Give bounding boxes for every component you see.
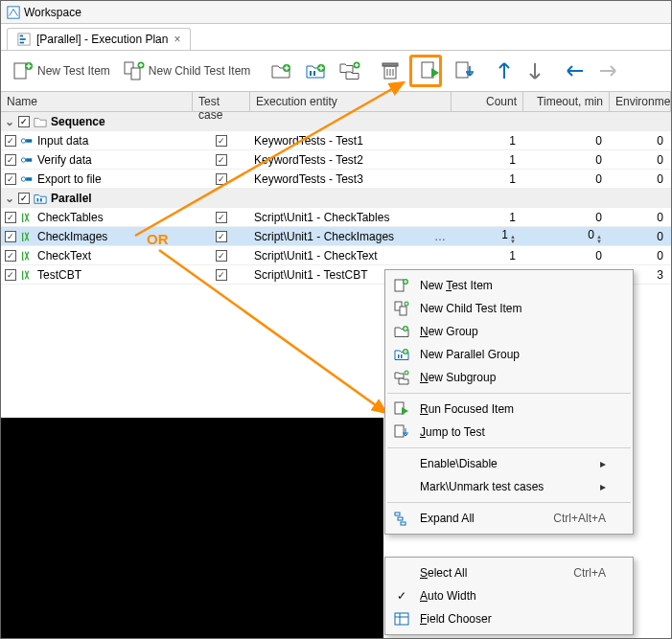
parallel-folder-icon — [34, 192, 47, 205]
new-subgroup-button[interactable] — [336, 57, 364, 84]
new-parallel-group-button[interactable] — [301, 57, 330, 84]
checkbox[interactable]: ✓ — [216, 173, 227, 185]
ellipsis-button[interactable]: … — [434, 230, 452, 243]
menu-label: Mark\Unmark test cases — [420, 480, 544, 493]
toolbar-separator — [553, 58, 554, 83]
menu-run-focused-item[interactable]: Run Focused Item — [385, 398, 633, 421]
svg-rect-23 — [26, 139, 32, 143]
close-icon[interactable]: × — [174, 33, 180, 46]
svg-rect-21 — [456, 62, 468, 78]
folder-plus-icon — [270, 60, 291, 81]
arrow-left-icon — [564, 62, 585, 80]
delete-button[interactable] — [377, 57, 404, 84]
script-icon — [20, 249, 34, 262]
menu-divider — [387, 393, 631, 394]
checkbox[interactable]: ✓ — [5, 135, 16, 147]
spinner-icon[interactable]: ▲▼ — [510, 235, 516, 244]
grid-rows: ⌄✓ Sequence ✓Input data ✓ KeywordTests -… — [1, 112, 671, 285]
table-row[interactable]: ✓Export to file ✓ KeywordTests - Test3 1… — [1, 170, 671, 189]
submenu-arrow-icon: ▸ — [600, 457, 606, 470]
menu-expand-all[interactable]: Expand AllCtrl+Alt+A — [385, 507, 633, 530]
column-test-case[interactable]: Test case — [193, 92, 250, 111]
new-group-button[interactable] — [266, 57, 295, 84]
count-cell: 1 — [452, 172, 523, 186]
checkbox[interactable]: ✓ — [5, 269, 16, 281]
checkbox[interactable]: ✓ — [216, 250, 227, 262]
checkbox[interactable]: ✓ — [216, 135, 227, 147]
collapse-icon[interactable]: ⌄ — [5, 115, 14, 128]
collapse-icon[interactable]: ⌄ — [5, 192, 14, 205]
move-down-button[interactable] — [522, 57, 547, 84]
column-env[interactable]: Environments — [610, 92, 671, 111]
column-count[interactable]: Count — [452, 92, 523, 111]
new-child-test-item-button[interactable]: New Child Test Item — [120, 57, 254, 84]
tab-execution-plan[interactable]: [Parallel] - Execution Plan × — [7, 28, 191, 50]
group-row-parallel[interactable]: ⌄✓ Parallel — [1, 189, 671, 208]
checkbox[interactable]: ✓ — [216, 154, 227, 166]
checkbox[interactable]: ✓ — [18, 116, 30, 127]
column-timeout[interactable]: Timeout, min — [523, 92, 610, 111]
spinner-icon[interactable]: ▲▼ — [596, 235, 602, 244]
menu-new-test-item[interactable]: New Test Item — [385, 274, 633, 297]
new-test-item-button[interactable]: New Test Item — [9, 57, 114, 84]
table-row[interactable]: ✓Input data ✓ KeywordTests - Test1 1 0 0 — [1, 131, 671, 150]
toolbar-separator — [260, 58, 261, 83]
checkbox[interactable]: ✓ — [5, 212, 16, 223]
count-cell: 1 — [452, 153, 523, 167]
keyword-test-icon — [20, 153, 34, 167]
svg-rect-45 — [398, 517, 403, 520]
shortcut: Ctrl+Alt+A — [515, 512, 606, 525]
menu-label: Auto Width — [420, 589, 476, 603]
checkbox[interactable]: ✓ — [5, 231, 16, 242]
menu-new-child-test-item[interactable]: New Child Test Item — [385, 297, 633, 320]
table-row[interactable]: ✓Verify data ✓ KeywordTests - Test2 1 0 … — [1, 150, 671, 170]
menu-new-group[interactable]: New Group — [385, 320, 633, 343]
run-icon — [394, 401, 409, 417]
svg-rect-3 — [20, 38, 26, 40]
checkbox[interactable]: ✓ — [216, 231, 227, 242]
arrow-down-icon — [526, 60, 544, 81]
menu-mark-unmark[interactable]: Mark\Unmark test cases▸ — [385, 475, 633, 498]
svg-rect-12 — [313, 71, 315, 76]
menu-jump-to-test[interactable]: Jump to Test — [385, 421, 633, 444]
trash-icon — [381, 60, 400, 81]
svg-rect-2 — [20, 35, 24, 37]
table-row[interactable]: ✓CheckTables ✓ Script\Unit1 - CheckTable… — [1, 208, 671, 227]
count-cell[interactable]: 1▲▼ — [452, 228, 523, 244]
table-row[interactable]: ✓CheckText ✓ Script\Unit1 - CheckText 1 … — [1, 246, 671, 265]
timeout-cell[interactable]: 0▲▼ — [523, 228, 610, 244]
svg-rect-47 — [395, 613, 408, 625]
menu-new-subgroup[interactable]: New Subgroup — [385, 366, 633, 389]
move-up-button[interactable] — [492, 57, 517, 84]
menu-select-all[interactable]: Select AllCtrl+A — [385, 561, 633, 584]
group-row-sequence[interactable]: ⌄✓ Sequence — [1, 112, 671, 131]
svg-rect-44 — [395, 513, 400, 515]
menu-enable-disable[interactable]: Enable\Disable▸ — [385, 452, 633, 475]
column-exec-entity[interactable]: Execution entity — [250, 92, 452, 111]
checkbox[interactable]: ✓ — [216, 269, 227, 281]
context-menu-2: Select AllCtrl+A ✓Auto Width Field Choos… — [384, 557, 634, 635]
table-row-selected[interactable]: ✓CheckImages ✓ Script\Unit1 - CheckImage… — [1, 227, 671, 246]
column-name[interactable]: Name — [1, 92, 193, 111]
run-focused-item-button[interactable] — [416, 57, 445, 84]
checkbox[interactable]: ✓ — [5, 154, 16, 166]
checkbox[interactable]: ✓ — [216, 212, 227, 223]
entity-cell: KeywordTests - Test2 — [250, 153, 452, 167]
background-black-area — [1, 418, 383, 639]
checkbox[interactable]: ✓ — [5, 250, 16, 262]
toolbar-separator — [409, 58, 410, 83]
menu-auto-width[interactable]: ✓Auto Width — [385, 584, 633, 607]
new-child-test-item-icon — [124, 60, 145, 81]
menu-field-chooser[interactable]: Field Chooser — [385, 607, 633, 630]
grid-header: Name Test case Execution entity Count Ti… — [1, 91, 671, 112]
outdent-button[interactable] — [560, 59, 589, 82]
checkbox[interactable]: ✓ — [18, 193, 30, 204]
svg-rect-16 — [382, 63, 398, 66]
jump-to-test-button[interactable] — [451, 57, 479, 84]
script-icon — [20, 230, 34, 243]
checkbox[interactable]: ✓ — [5, 173, 16, 185]
window-title: Workspace — [24, 6, 81, 19]
indent-button[interactable] — [594, 59, 623, 82]
menu-new-parallel-group[interactable]: New Parallel Group — [385, 343, 633, 366]
group-label: Sequence — [51, 115, 105, 128]
